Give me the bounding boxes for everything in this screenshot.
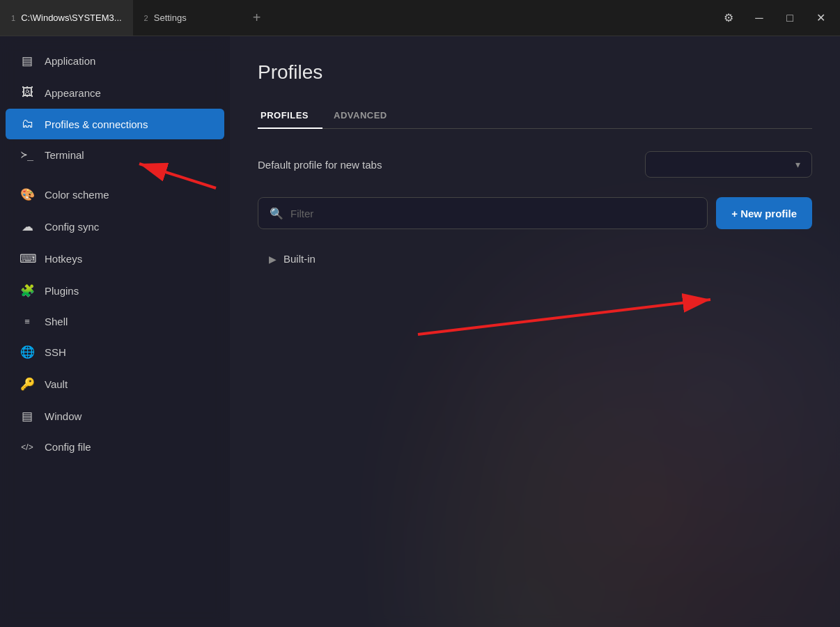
ssh-icon: 🌐: [20, 345, 35, 359]
chevron-down-icon: ▾: [795, 159, 800, 170]
default-profile-row: Default profile for new tabs ▾: [258, 151, 812, 178]
filter-row: 🔍 + New profile: [258, 197, 812, 229]
main-layout: ▤ Application 🖼 Appearance 🗂 Profiles & …: [0, 36, 840, 627]
add-tab-button[interactable]: +: [244, 0, 270, 36]
close-button[interactable]: ✕: [807, 7, 834, 29]
tab-2-num: 2: [144, 14, 148, 22]
hotkeys-icon: ⌨: [20, 251, 35, 266]
sidebar-item-shell[interactable]: ≡ Shell: [6, 307, 224, 336]
default-profile-label: Default profile for new tabs: [258, 159, 382, 171]
sidebar-item-config-sync-label: Config sync: [45, 221, 99, 233]
sidebar-item-color-scheme-label: Color scheme: [45, 189, 109, 201]
builtin-expand-icon: ▶: [269, 254, 277, 265]
sidebar-item-hotkeys[interactable]: ⌨ Hotkeys: [6, 243, 224, 274]
tab-advanced[interactable]: ADVANCED: [331, 103, 401, 129]
sidebar-item-window[interactable]: ▤ Window: [6, 401, 224, 432]
sidebar-item-shell-label: Shell: [45, 316, 68, 327]
builtin-label: Built-in: [283, 253, 316, 265]
plugins-icon: 🧩: [20, 284, 35, 298]
window-icon: ▤: [20, 409, 35, 424]
builtin-row[interactable]: ▶ Built-in: [258, 243, 812, 274]
sidebar-item-appearance-label: Appearance: [45, 87, 101, 99]
sidebar-item-application[interactable]: ▤ Application: [6, 45, 224, 77]
tab-1-label: C:\Windows\SYSTEM3...: [21, 13, 121, 23]
settings-button[interactable]: ⚙: [715, 7, 742, 29]
titlebar: 1 C:\Windows\SYSTEM3... 2 Settings + ⚙ ─…: [0, 0, 840, 36]
filter-input-wrap: 🔍: [258, 197, 708, 229]
sidebar-item-config-file-label: Config file: [45, 441, 91, 453]
default-profile-select[interactable]: ▾: [645, 151, 812, 178]
sidebar-item-terminal-label: Terminal: [45, 149, 84, 161]
terminal-icon: ≻_: [20, 148, 35, 161]
application-icon: ▤: [20, 54, 35, 68]
config-sync-icon: ☁: [20, 219, 35, 234]
tab-2-label: Settings: [154, 13, 187, 23]
sidebar-item-vault-label: Vault: [45, 378, 68, 390]
vault-icon: 🔑: [20, 377, 35, 392]
sidebar: ▤ Application 🖼 Appearance 🗂 Profiles & …: [0, 36, 230, 627]
sidebar-item-plugins-label: Plugins: [45, 285, 79, 297]
sidebar-item-profiles-connections[interactable]: 🗂 Profiles & connections: [6, 109, 224, 139]
filter-input[interactable]: [290, 208, 696, 219]
sidebar-item-config-file[interactable]: </> Config file: [6, 433, 224, 461]
sidebar-item-window-label: Window: [45, 410, 81, 422]
sidebar-item-vault[interactable]: 🔑 Vault: [6, 369, 224, 400]
tab-1-num: 1: [11, 14, 15, 22]
new-profile-button[interactable]: + New profile: [716, 197, 812, 229]
appearance-icon: 🖼: [20, 86, 35, 100]
tab-profiles[interactable]: PROFILES: [258, 103, 322, 129]
sidebar-item-ssh-label: SSH: [45, 346, 66, 358]
tab-2[interactable]: 2 Settings: [133, 0, 244, 36]
tabs-bar: PROFILES ADVANCED: [258, 103, 812, 129]
color-scheme-icon: 🎨: [20, 187, 35, 202]
search-icon: 🔍: [270, 207, 283, 220]
sidebar-item-plugins[interactable]: 🧩 Plugins: [6, 275, 224, 307]
sidebar-item-application-label: Application: [45, 55, 95, 67]
page-title: Profiles: [258, 61, 812, 84]
sidebar-item-profiles-label: Profiles & connections: [45, 118, 148, 130]
content-area: Profiles PROFILES ADVANCED Default profi…: [230, 36, 840, 627]
minimize-button[interactable]: ─: [745, 7, 773, 29]
maximize-button[interactable]: □: [776, 7, 804, 29]
sidebar-item-hotkeys-label: Hotkeys: [45, 253, 82, 265]
sidebar-item-color-scheme[interactable]: 🎨 Color scheme: [6, 179, 224, 210]
sidebar-item-ssh[interactable]: 🌐 SSH: [6, 336, 224, 368]
shell-icon: ≡: [20, 316, 35, 327]
config-file-icon: </>: [20, 442, 35, 452]
separator-1: [0, 170, 230, 178]
window-controls: ⚙ ─ □ ✕: [715, 7, 840, 29]
sidebar-item-appearance[interactable]: 🖼 Appearance: [6, 77, 224, 108]
sidebar-item-terminal[interactable]: ≻_ Terminal: [6, 140, 224, 169]
sidebar-item-config-sync[interactable]: ☁ Config sync: [6, 211, 224, 242]
tab-1[interactable]: 1 C:\Windows\SYSTEM3...: [0, 0, 133, 36]
profiles-icon: 🗂: [20, 117, 35, 131]
